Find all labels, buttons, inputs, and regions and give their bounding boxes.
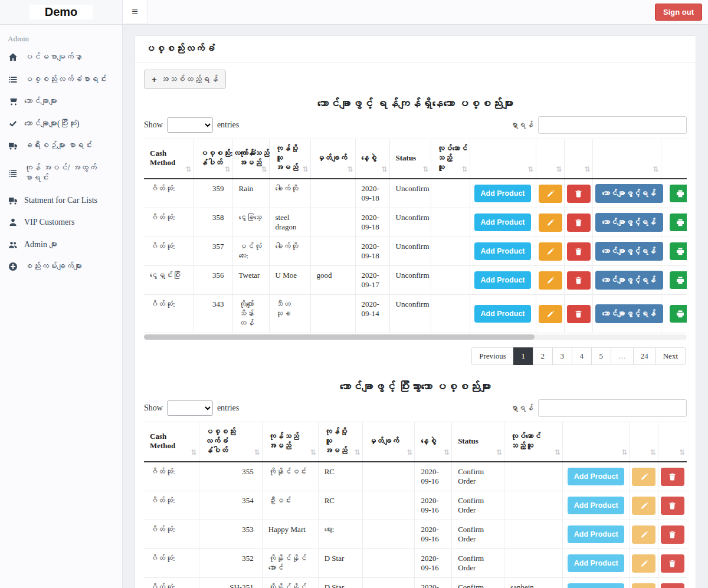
sidebar-item-cart-2[interactable]: ဘောင်ချာများ: [0, 90, 122, 113]
delete-button[interactable]: [567, 305, 591, 323]
delete-button[interactable]: [661, 525, 684, 544]
open-voucher-button[interactable]: ဘောင်ချာဖွင့်ရန်: [595, 213, 663, 232]
sort-icon: ⇅: [310, 448, 316, 456]
horizontal-scrollbar[interactable]: [144, 334, 687, 340]
sidebar-item-list-1[interactable]: ပစ္စည်းလက်ခံစာရင်း: [0, 68, 122, 91]
search-input[interactable]: [538, 399, 687, 417]
cell-action-add-product: Add Product: [470, 266, 536, 295]
add-product-button[interactable]: Add Product: [568, 497, 624, 514]
pagination-ellipsis: …: [611, 347, 634, 365]
print-button[interactable]: Print: [670, 305, 687, 323]
pagination-page-5[interactable]: 5: [591, 347, 611, 365]
column-header[interactable]: ⇅: [592, 139, 661, 179]
delete-button[interactable]: [661, 468, 684, 486]
column-header[interactable]: ပစ္စည်းလက်ခံ နံပါတ်⇅: [199, 422, 262, 462]
column-header[interactable]: ⇅: [630, 422, 658, 462]
column-header[interactable]: ⇅: [563, 422, 630, 462]
delete-button[interactable]: [567, 213, 591, 232]
pagination-next[interactable]: Next: [655, 347, 686, 365]
column-header[interactable]: Cash Method⇅: [144, 139, 194, 179]
sidebar-item-user-7[interactable]: VIP Customers: [0, 211, 122, 234]
column-header[interactable]: နေ့စွဲ⇅: [355, 139, 389, 179]
column-header[interactable]: ကုန်သည် အမည်⇅: [262, 422, 318, 462]
column-header[interactable]: Cash Method⇅: [144, 422, 199, 462]
column-header-label: Status: [458, 436, 478, 445]
edit-button[interactable]: [539, 185, 562, 203]
delete-button[interactable]: [661, 554, 684, 573]
column-header[interactable]: လုပ်ဆောင် သည့်သူ⇅: [504, 422, 563, 462]
pagination-page-3[interactable]: 3: [552, 347, 572, 365]
entries-select[interactable]: [167, 400, 213, 416]
add-new-button[interactable]: + အသစ်ထည့်ရန်: [144, 70, 226, 89]
edit-button[interactable]: [632, 497, 655, 515]
add-product-button[interactable]: Add Product: [474, 242, 531, 260]
column-header[interactable]: Status⇅: [389, 139, 431, 179]
pagination-previous[interactable]: Previous: [471, 347, 514, 365]
sign-out-button[interactable]: Sign out: [655, 4, 702, 21]
hamburger-menu-icon[interactable]: ≡: [123, 0, 148, 24]
pagination-page-4[interactable]: 4: [572, 347, 592, 365]
entries-select[interactable]: [167, 117, 213, 133]
delete-button[interactable]: [661, 497, 684, 515]
column-header[interactable]: ⇅: [661, 139, 687, 179]
add-product-button[interactable]: Add Product: [474, 185, 531, 202]
sidebar-item-home-0[interactable]: ပင်မစာမျက်နှာ: [0, 46, 122, 68]
sidebar-item-plus-circle-9[interactable]: စည်းကမ်းချက်များ: [0, 255, 122, 278]
print-button[interactable]: Print: [670, 242, 687, 260]
edit-button[interactable]: [539, 242, 562, 261]
pagination-page-1[interactable]: 1: [513, 347, 533, 365]
scrollbar-thumb[interactable]: [144, 334, 535, 340]
column-header[interactable]: ကုန်ပို့သူ အမည်⇅: [318, 422, 362, 462]
column-header[interactable]: မှတ်ချက်⇅: [310, 139, 355, 179]
column-header[interactable]: ⇅: [658, 422, 687, 462]
cell-date: 2020-09-16: [415, 491, 452, 520]
sidebar-item-check-3[interactable]: ဘောင်ချာများ(ပြီးဆုံး): [0, 113, 122, 135]
edit-button[interactable]: [539, 213, 562, 232]
column-header[interactable]: လုပ်ဆောင် သည့်သူ⇅: [431, 139, 470, 179]
search-input[interactable]: [538, 116, 687, 134]
done-table-wrapper: Cash Method⇅ပစ္စည်းလက်ခံ နံပါတ်⇅ကုန်သည် …: [144, 422, 687, 588]
column-header[interactable]: ပစ္စည်း:လက်ခံ နံပါတ်⇅: [194, 139, 232, 179]
delete-button[interactable]: [661, 583, 684, 588]
sidebar-item-truck-6[interactable]: Statment for Car Lists: [0, 189, 122, 212]
brand-logo[interactable]: Demo: [30, 5, 93, 19]
add-product-button[interactable]: Add Product: [568, 525, 624, 543]
sidebar-item-list-alt-5[interactable]: ကုန် အဝင်/ အထွက်စာရင်း: [0, 157, 122, 189]
add-product-button[interactable]: Add Product: [568, 468, 624, 485]
add-product-button[interactable]: Add Product: [474, 213, 531, 231]
column-header[interactable]: ကုန်ပို့ သူ အမည်⇅: [269, 139, 310, 179]
delete-button[interactable]: [567, 185, 591, 203]
column-header[interactable]: ⇅: [536, 139, 564, 179]
pagination-page-2[interactable]: 2: [533, 347, 553, 365]
print-button[interactable]: Print: [670, 185, 687, 202]
add-product-button[interactable]: Add Product: [568, 583, 624, 588]
pagination-page-24[interactable]: 24: [633, 347, 656, 365]
column-header[interactable]: ကုန်သည် အမည်⇅: [232, 139, 269, 179]
edit-button[interactable]: [632, 525, 655, 544]
column-header[interactable]: နေ့စွဲ⇅: [415, 422, 452, 462]
column-header[interactable]: မှတ်ချက်⇅: [362, 422, 415, 462]
add-product-button[interactable]: Add Product: [568, 554, 624, 572]
print-button[interactable]: Print: [670, 271, 687, 289]
delete-button[interactable]: [567, 271, 591, 290]
sidebar-item-truck-4[interactable]: ခရီးစဉ်များ စာရင်း: [0, 134, 122, 157]
edit-button[interactable]: [632, 468, 655, 486]
column-header[interactable]: ⇅: [470, 139, 536, 179]
open-voucher-button[interactable]: ဘောင်ချာဖွင့်ရန်: [595, 242, 663, 261]
edit-button[interactable]: [539, 305, 562, 323]
open-voucher-button[interactable]: ဘောင်ချာဖွင့်ရန်: [595, 184, 663, 203]
add-product-button[interactable]: Add Product: [474, 305, 531, 323]
column-header[interactable]: ⇅: [564, 139, 592, 179]
sidebar-item-users-8[interactable]: Admin များ: [0, 234, 122, 256]
edit-button[interactable]: [539, 271, 562, 290]
open-voucher-button[interactable]: ဘောင်ချာဖွင့်ရန်: [595, 304, 663, 323]
open-voucher-button[interactable]: ဘောင်ချာဖွင့်ရန်: [595, 271, 663, 290]
column-header[interactable]: Status⇅: [452, 422, 504, 462]
edit-button[interactable]: [632, 583, 655, 588]
edit-button[interactable]: [632, 554, 655, 573]
delete-button[interactable]: [567, 242, 591, 261]
add-product-button[interactable]: Add Product: [474, 271, 531, 289]
cell-status: Unconfirm: [389, 237, 431, 266]
cell-cash: ဂိတ်ဆုံ:: [144, 520, 199, 549]
print-button[interactable]: Print: [670, 213, 687, 231]
